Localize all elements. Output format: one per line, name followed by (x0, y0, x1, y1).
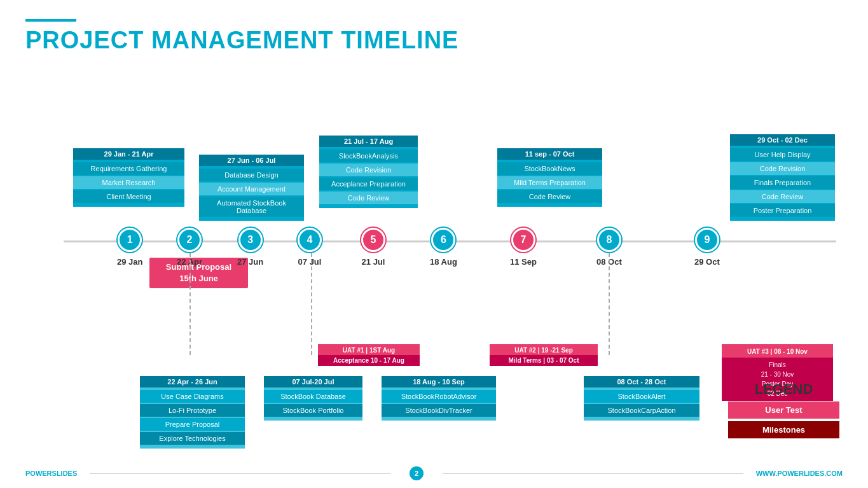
circle-1: 1 (118, 228, 142, 252)
upper-box-5: 29 Oct - 02 Dec User Help Display Code R… (730, 134, 835, 221)
upper-box-2-date: 27 Jun - 06 Jul (199, 155, 304, 166)
upper-box-1-item3: Client Meeting (73, 190, 184, 203)
upper-box-4-date: 11 sep - 07 Oct (497, 148, 602, 160)
header-accent-line (25, 19, 76, 22)
lower-box-2-item2: StockBook Portfolio (264, 404, 362, 417)
circle-4: 4 (298, 228, 322, 252)
milestone-4-label: 07 Jul (298, 257, 322, 267)
lower-box-4-item1: StockBookAlert (584, 390, 699, 403)
uat-1-label: UAT #1 | 1ST Aug (322, 347, 416, 354)
lower-box-1-item1: Use Case Diagrams (140, 390, 245, 403)
upper-box-4-item3: Code Review (497, 190, 602, 203)
milestone-6-label: 18 Aug (430, 257, 457, 267)
upper-box-5-item3: Finals Preparation (730, 176, 835, 189)
upper-box-3: 21 Jul - 17 Aug SlockBookAnalysis Code R… (319, 136, 418, 208)
upper-box-5-item4: Code Review (730, 190, 835, 203)
upper-box-3-item3: Acceplance Preparation (319, 178, 418, 190)
footer-line-left (90, 473, 390, 474)
upper-box-4-item2: Mild Terms Preparation (497, 176, 602, 189)
lower-box-1-item4: Explore Technologies (140, 432, 245, 445)
footer-line-right (443, 473, 743, 474)
legend-user-test: User Test (728, 401, 839, 419)
upper-box-3-item1: SlockBookAnalysis (319, 150, 418, 162)
legend-milestones: Milestones (728, 421, 839, 438)
footer-page: 2 (410, 466, 424, 480)
dashed-4 (311, 253, 312, 355)
lower-box-2-item1: StockBook Database (264, 390, 362, 403)
circle-5: 5 (361, 228, 385, 252)
milestone-9-label: 29 Oct (694, 257, 720, 267)
legend: LEGEND User Test Milestones (728, 381, 839, 441)
circle-9: 9 (695, 228, 719, 252)
slide: PROJECT MANAGEMENT TIMELINE 29 Jan - 21 … (0, 0, 868, 488)
upper-box-5-item1: User Help Display (730, 148, 835, 161)
slide-title: PROJECT MANAGEMENT TIMELINE (25, 27, 843, 54)
dashed-2 (189, 253, 191, 355)
dashed-7 (609, 253, 610, 355)
circle-3: 3 (238, 228, 263, 252)
legend-title: LEGEND (728, 381, 839, 398)
lower-box-1-item3: Prepare Proposal (140, 418, 245, 431)
upper-box-3-item2: Code Revision (319, 164, 418, 176)
lower-box-4-date: 08 Oct - 28 Oct (584, 376, 699, 387)
circle-2: 2 (177, 228, 202, 252)
upper-box-4-item1: StockBookNews (497, 162, 602, 175)
lower-box-3-date: 18 Aug - 10 Sep (382, 376, 496, 387)
title-part2: TIMELINE (341, 27, 458, 53)
upper-box-2-item3: Automated StockBook Database (199, 197, 304, 217)
lower-box-2: 07 Jul-20 Jul StockBook Database StockBo… (264, 376, 362, 421)
circle-6: 6 (431, 228, 455, 252)
milestone-7-label: 11 Sep (510, 257, 537, 267)
lower-box-2-date: 07 Jul-20 Jul (264, 376, 362, 387)
upper-box-5-item5: Poster Preparation (730, 204, 835, 217)
uat-box-2: UAT #2 | 19 -21 Sep Mild Terms | 03 - 07… (490, 344, 598, 366)
lower-box-1-item2: Lo-Fi Prototype (140, 404, 245, 417)
upper-box-1: 29 Jan - 21 Apr Requirements Gathering M… (73, 148, 184, 207)
timeline-area: 29 Jan - 21 Apr Requirements Gathering M… (25, 66, 843, 447)
upper-box-2-item1: Database Design (199, 169, 304, 181)
milestone-5: 5 21 Jul (361, 228, 385, 267)
circle-8: 8 (597, 228, 621, 252)
footer-power: POWER (25, 470, 52, 477)
uat-2-label: UAT #2 | 19 -21 Sep (493, 347, 594, 354)
lower-box-3: 18 Aug - 10 Sep StockBookRobotAdvisor St… (382, 376, 496, 421)
milestone-1-label: 29 Jan (117, 257, 142, 267)
milestone-3: 3 27 Jun (237, 228, 263, 267)
milestone-3-label: 27 Jun (237, 257, 263, 267)
upper-box-5-date: 29 Oct - 02 Dec (730, 134, 835, 146)
upper-box-3-item4: Code Review (319, 192, 418, 204)
lower-box-1: 22 Apr - 26 Jun Use Case Diagrams Lo-Fi … (140, 376, 245, 449)
upper-box-1-item2: Market Research (73, 176, 184, 189)
lower-box-1-date: 22 Apr - 26 Jun (140, 376, 245, 387)
uat-2-sub: Mild Terms | 03 - 07 Oct (490, 355, 598, 366)
footer-url: WWW.POWERLIDES.COM (756, 470, 843, 477)
upper-box-5-item2: Code Revision (730, 162, 835, 175)
upper-box-2-item2: Account Management (199, 183, 304, 195)
uat-1-sub: Acceptance 10 - 17 Aug (318, 355, 420, 366)
footer-slides: SLIDES (52, 470, 78, 477)
lower-box-4-item2: StockBookCarpAction (584, 404, 699, 417)
upper-box-1-date: 29 Jan - 21 Apr (73, 148, 184, 160)
milestone-5-label: 21 Jul (362, 257, 385, 267)
circle-7: 7 (511, 228, 535, 252)
milestone-7: 7 11 Sep (510, 228, 537, 267)
uat-3-label: UAT #3 | 08 - 10 Nov (726, 347, 829, 356)
title-part1: PROJECT MANAGEMENT (25, 27, 341, 53)
lower-box-3-item1: StockBookRobotAdvisor (382, 390, 496, 403)
uat-box-1: UAT #1 | 1ST Aug Acceptance 10 - 17 Aug (318, 344, 420, 366)
footer-brand: POWERSLIDES (25, 470, 77, 477)
lower-box-4: 08 Oct - 28 Oct StockBookAlert StockBook… (584, 376, 699, 421)
upper-box-3-date: 21 Jul - 17 Aug (319, 136, 418, 147)
upper-box-4: 11 sep - 07 Oct StockBookNews Mild Terms… (497, 148, 602, 207)
lower-box-3-item2: StockBookDivTracker (382, 404, 496, 417)
milestone-1: 1 29 Jan (117, 228, 142, 267)
milestone-6: 6 18 Aug (430, 228, 457, 267)
upper-box-1-item1: Requirements Gathering (73, 162, 184, 175)
footer: POWERSLIDES 2 WWW.POWERLIDES.COM (0, 466, 868, 480)
milestone-9: 9 29 Oct (694, 228, 720, 267)
milestone-4: 4 07 Jul (298, 228, 322, 267)
upper-box-2: 27 Jun - 06 Jul Database Design Account … (199, 155, 304, 221)
